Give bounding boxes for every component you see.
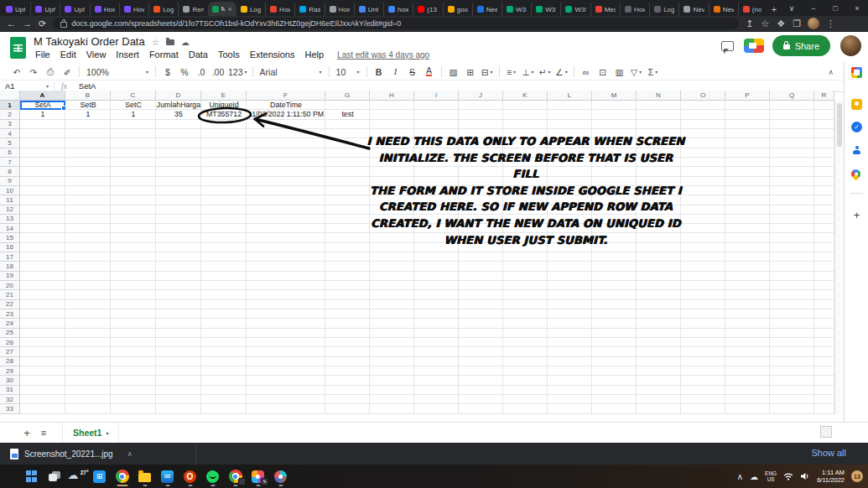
weather-widget[interactable]: ☁27° bbox=[65, 466, 88, 486]
notification-badge[interactable]: 13 bbox=[851, 470, 863, 482]
office-icon[interactable]: O bbox=[179, 466, 201, 486]
cell-E1[interactable]: UniqueId bbox=[201, 101, 247, 110]
zoom-select[interactable]: 100% bbox=[83, 65, 152, 79]
bold-icon[interactable]: B bbox=[371, 65, 387, 79]
move-folder-icon[interactable] bbox=[166, 39, 174, 45]
vertical-align-icon[interactable]: ⊥ bbox=[520, 65, 537, 79]
cell-C2[interactable]: 1 bbox=[111, 110, 156, 119]
browser-tab[interactable]: W3S bbox=[560, 3, 590, 16]
row-header-18[interactable]: 18 bbox=[0, 262, 20, 271]
row-header-16[interactable]: 16 bbox=[0, 243, 20, 252]
column-header-E[interactable]: E bbox=[201, 91, 247, 101]
browser-tab[interactable]: Upf bbox=[60, 3, 89, 16]
cell-A2[interactable]: 1 bbox=[20, 110, 65, 119]
star-doc-icon[interactable]: ☆ bbox=[152, 38, 159, 47]
cell-F2[interactable]: 11/02/2022 1:11:50 PM bbox=[247, 110, 325, 119]
insert-link-icon[interactable]: ∞ bbox=[578, 65, 595, 79]
column-header-H[interactable]: H bbox=[370, 91, 414, 101]
tab-search-icon[interactable]: ∨ bbox=[781, 4, 803, 13]
keep-icon[interactable] bbox=[851, 99, 862, 110]
browser-tab[interactable]: Mec bbox=[590, 3, 620, 16]
row-header-27[interactable]: 27 bbox=[0, 347, 20, 356]
bookmark-star-icon[interactable]: ☆ bbox=[761, 19, 769, 29]
tasks-icon[interactable]: ✓ bbox=[851, 122, 862, 132]
cell-D1[interactable]: JumlahHarga bbox=[156, 101, 201, 110]
comment-history-icon[interactable] bbox=[721, 41, 734, 51]
row-header-30[interactable]: 30 bbox=[0, 376, 20, 385]
column-header-Q[interactable]: Q bbox=[770, 91, 814, 101]
mail-icon[interactable]: ✉ bbox=[156, 466, 179, 486]
row-header-24[interactable]: 24 bbox=[0, 319, 20, 328]
browser-tab[interactable]: Nev bbox=[678, 3, 708, 16]
wifi-icon[interactable] bbox=[783, 472, 793, 480]
decrease-decimals-icon[interactable]: .0 bbox=[193, 65, 210, 79]
text-rotation-icon[interactable]: ∠ bbox=[554, 65, 570, 79]
onedrive-icon[interactable]: ☁ bbox=[750, 472, 758, 481]
spotify-icon[interactable] bbox=[201, 466, 224, 486]
browser-tab[interactable]: Log bbox=[148, 3, 178, 16]
start-button[interactable] bbox=[20, 466, 43, 486]
row-header-9[interactable]: 9 bbox=[0, 177, 20, 186]
print-icon[interactable]: ⎙ bbox=[42, 65, 59, 79]
address-bar[interactable]: docs.google.com/spreadsheets/d/1fo7TSCOh… bbox=[53, 18, 739, 29]
reload-icon[interactable]: ⟳ bbox=[39, 19, 46, 29]
browser-tab[interactable]: Ras bbox=[294, 3, 324, 16]
maximize-button[interactable]: □ bbox=[824, 4, 846, 13]
hidden-icons-chevron[interactable]: ∧ bbox=[737, 472, 743, 481]
row-header-11[interactable]: 11 bbox=[0, 195, 20, 205]
insert-comment-icon[interactable]: ⊡ bbox=[595, 65, 611, 79]
menu-insert[interactable]: Insert bbox=[111, 49, 144, 60]
column-header-R[interactable]: R bbox=[814, 91, 834, 101]
browser-tab[interactable]: Upf bbox=[30, 3, 60, 16]
meet-button[interactable]: ▾ bbox=[744, 39, 762, 53]
row-header-17[interactable]: 17 bbox=[0, 252, 20, 262]
column-header-C[interactable]: C bbox=[111, 91, 156, 101]
side-panel-icon[interactable]: ❐ bbox=[793, 19, 801, 29]
scroll-corner[interactable] bbox=[820, 426, 832, 438]
row-header-10[interactable]: 10 bbox=[0, 186, 20, 195]
row-header-26[interactable]: 26 bbox=[0, 338, 20, 347]
row-header-12[interactable]: 12 bbox=[0, 205, 20, 215]
column-header-J[interactable]: J bbox=[459, 91, 503, 101]
column-header-F[interactable]: F bbox=[247, 91, 325, 101]
format-currency-icon[interactable]: $ bbox=[159, 65, 176, 79]
browser-tab[interactable]: goo bbox=[443, 3, 472, 16]
browser-menu-icon[interactable]: ⋮ bbox=[826, 19, 835, 29]
column-header-B[interactable]: B bbox=[65, 91, 111, 101]
select-all-corner[interactable] bbox=[0, 91, 20, 101]
redo-icon[interactable]: ↷ bbox=[25, 65, 42, 79]
minimize-button[interactable]: − bbox=[803, 4, 824, 13]
row-header-25[interactable]: 25 bbox=[0, 329, 20, 338]
maps-icon[interactable] bbox=[850, 168, 863, 181]
row-header-14[interactable]: 14 bbox=[0, 224, 20, 233]
vertical-scrollbar[interactable] bbox=[834, 101, 844, 414]
browser-tab[interactable]: Rem bbox=[178, 3, 207, 16]
format-percent-icon[interactable]: % bbox=[176, 65, 193, 79]
borders-icon[interactable]: ⊞ bbox=[462, 65, 479, 79]
browser-tab[interactable]: Unt bbox=[354, 3, 383, 16]
photos-icon[interactable]: ✎ bbox=[247, 466, 269, 486]
cell-F1[interactable]: DateTime bbox=[247, 101, 325, 110]
browser-tab[interactable]: Nev bbox=[709, 3, 738, 16]
contacts-icon[interactable] bbox=[851, 145, 862, 156]
italic-icon[interactable]: I bbox=[387, 65, 404, 79]
menu-help[interactable]: Help bbox=[299, 49, 329, 60]
row-header-31[interactable]: 31 bbox=[0, 386, 20, 395]
row-header-7[interactable]: 7 bbox=[0, 158, 20, 167]
merge-cells-icon[interactable]: ⊟ bbox=[479, 65, 496, 79]
row-header-20[interactable]: 20 bbox=[0, 281, 20, 290]
row-header-6[interactable]: 6 bbox=[0, 148, 20, 158]
language-indicator[interactable]: ENGUS bbox=[765, 470, 777, 482]
doc-title[interactable]: M Takoyaki Order Data☆☁ bbox=[34, 35, 190, 48]
font-size-select[interactable]: 10 bbox=[333, 65, 363, 79]
calendar-icon[interactable] bbox=[851, 67, 862, 78]
column-header-A[interactable]: A bbox=[20, 91, 65, 101]
row-header-1[interactable]: 1 bbox=[0, 101, 20, 110]
fill-color-icon[interactable]: ▨ bbox=[445, 65, 462, 79]
text-wrap-icon[interactable]: ↵ bbox=[537, 65, 554, 79]
browser-tab[interactable]: Nee bbox=[472, 3, 502, 16]
all-sheets-icon[interactable]: ≡ bbox=[35, 428, 52, 438]
increase-decimals-icon[interactable]: .00 bbox=[210, 65, 226, 79]
cell-D2[interactable]: 35 bbox=[156, 110, 201, 119]
column-header-K[interactable]: K bbox=[503, 91, 548, 101]
